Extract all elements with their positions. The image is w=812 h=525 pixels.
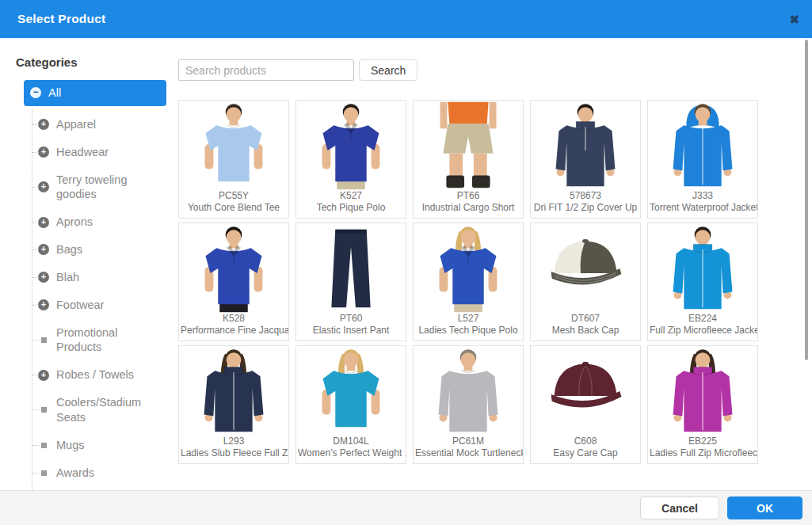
- product-code: PC61M: [414, 436, 523, 447]
- product-card-578673[interactable]: 578673Dri FIT 1/2 Zip Cover Up: [530, 100, 641, 219]
- product-image: [179, 101, 288, 190]
- product-panel: Search PC55YYouth Core Blend Tee K527Tec…: [177, 38, 812, 490]
- category-label: Promotional Products: [56, 325, 145, 356]
- product-image: [296, 224, 406, 313]
- modal-title: Select Product: [17, 12, 105, 26]
- product-card-eb224[interactable]: EB224Full Zip Microfleece Jacket: [647, 223, 758, 341]
- product-card-pc55y[interactable]: PC55YYouth Core Blend Tee: [178, 100, 289, 219]
- close-icon[interactable]: ✖: [789, 13, 799, 25]
- category-item-headwear[interactable]: +Headwear: [16, 139, 177, 166]
- product-image: [414, 101, 523, 190]
- product-image: [179, 224, 288, 313]
- product-code: K528: [179, 313, 288, 325]
- product-name: Mesh Back Cap: [531, 325, 640, 337]
- product-card-j333[interactable]: J333Torrent Waterproof Jacket: [647, 100, 758, 219]
- category-label: All: [48, 86, 61, 101]
- category-item-all[interactable]: −All: [24, 80, 166, 106]
- square-bullet-icon: [41, 407, 47, 413]
- product-name: Women's Perfect Weight ...: [296, 447, 406, 459]
- search-row: Search: [178, 59, 812, 81]
- plus-circle-icon[interactable]: +: [38, 181, 49, 192]
- categories-heading: Categories: [16, 55, 177, 69]
- category-label: Headwear: [56, 145, 109, 160]
- scrollbar-thumb[interactable]: [805, 40, 808, 360]
- category-label: Aprons: [56, 215, 93, 230]
- category-item-aprons[interactable]: +Aprons: [16, 208, 177, 236]
- minus-circle-icon[interactable]: −: [30, 87, 41, 98]
- category-item-awards[interactable]: Awards: [16, 459, 177, 487]
- product-name: Performance Fine Jacqua...: [179, 325, 288, 337]
- category-item-promotional-products[interactable]: Promotional Products: [16, 319, 177, 362]
- product-code: DT607: [531, 313, 640, 325]
- product-name: Elastic Insert Pant: [296, 325, 406, 337]
- product-name: Industrial Cargo Short: [414, 202, 523, 214]
- product-card-l293[interactable]: L293Ladies Slub Fleece Full Zi...: [178, 345, 289, 464]
- plus-circle-icon[interactable]: +: [38, 370, 49, 381]
- product-code: J333: [648, 190, 757, 202]
- modal-header: Select Product ✖: [0, 0, 812, 38]
- category-label: Terry toweling goodies: [56, 173, 145, 203]
- product-code: EB224: [648, 313, 757, 325]
- category-label: Footwear: [56, 298, 104, 313]
- plus-circle-icon[interactable]: +: [38, 299, 49, 310]
- category-label: Mugs: [56, 438, 84, 453]
- ok-button[interactable]: OK: [727, 496, 802, 519]
- product-card-k527[interactable]: K527Tech Pique Polo: [295, 100, 406, 219]
- modal-footer: Cancel OK: [0, 490, 812, 525]
- category-label: Blah: [56, 270, 79, 285]
- product-image: [531, 101, 640, 190]
- product-card-dm104l[interactable]: DM104LWomen's Perfect Weight ...: [295, 345, 406, 464]
- product-card-pc61m[interactable]: PC61MEssential Mock Turtleneck: [413, 345, 524, 464]
- product-name: Easy Care Cap: [531, 447, 640, 459]
- product-image: [414, 347, 523, 436]
- product-name: Ladies Tech Pique Polo: [414, 325, 523, 337]
- category-label: Awards: [56, 466, 94, 481]
- product-image: [531, 224, 640, 313]
- category-item-mugs[interactable]: Mugs: [16, 432, 177, 459]
- category-label: Bags: [56, 242, 82, 257]
- search-button[interactable]: Search: [359, 59, 417, 81]
- product-image: [648, 101, 757, 190]
- product-name: Dri FIT 1/2 Zip Cover Up: [531, 202, 640, 214]
- category-item-footwear[interactable]: +Footwear: [16, 291, 177, 319]
- product-grid: PC55YYouth Core Blend Tee K527Tech Pique…: [178, 100, 812, 464]
- category-item-robes-towels[interactable]: +Robes / Towels: [16, 361, 177, 389]
- plus-circle-icon[interactable]: +: [38, 119, 49, 130]
- product-card-eb225[interactable]: EB225Ladies Full Zip Microfleec...: [647, 345, 758, 464]
- product-card-dt607[interactable]: DT607Mesh Back Cap: [530, 223, 641, 341]
- product-code: PT66: [414, 190, 523, 202]
- cancel-button[interactable]: Cancel: [640, 496, 719, 519]
- product-name: Full Zip Microfleece Jacket: [648, 325, 757, 337]
- plus-circle-icon[interactable]: +: [38, 272, 49, 283]
- plus-circle-icon[interactable]: +: [38, 217, 49, 228]
- product-image: [648, 224, 757, 313]
- category-item-terry-toweling-goodies[interactable]: +Terry toweling goodies: [16, 166, 177, 209]
- product-card-c608[interactable]: C608Easy Care Cap: [530, 345, 641, 464]
- square-bullet-icon: [41, 443, 47, 448]
- product-card-pt66[interactable]: PT66Industrial Cargo Short: [413, 100, 524, 219]
- product-card-pt60[interactable]: PT60Elastic Insert Pant: [295, 223, 406, 341]
- product-name: Ladies Slub Fleece Full Zi...: [179, 447, 288, 459]
- product-code: DM104L: [296, 436, 406, 447]
- product-name: Ladies Full Zip Microfleec...: [648, 447, 757, 459]
- category-label: Apparel: [56, 117, 96, 132]
- category-item-bags[interactable]: +Bags: [16, 236, 177, 264]
- product-name: Essential Mock Turtleneck: [414, 447, 523, 459]
- product-code: L527: [414, 313, 523, 325]
- square-bullet-icon: [41, 337, 47, 343]
- search-input[interactable]: [178, 59, 354, 81]
- product-image: [648, 347, 757, 436]
- select-product-modal: Select Product ✖ Categories −All+Apparel…: [0, 0, 812, 525]
- category-item-blah[interactable]: +Blah: [16, 264, 177, 291]
- plus-circle-icon[interactable]: +: [38, 146, 49, 158]
- product-card-k528[interactable]: K528Performance Fine Jacqua...: [178, 223, 289, 341]
- category-item-coolers-stadium-seats[interactable]: Coolers/Stadium Seats: [16, 389, 177, 432]
- product-card-l527[interactable]: L527Ladies Tech Pique Polo: [413, 223, 524, 341]
- product-image: [296, 347, 406, 436]
- product-code: EB225: [648, 436, 757, 447]
- product-code: L293: [179, 436, 288, 447]
- category-item-apparel[interactable]: +Apparel: [16, 111, 177, 139]
- square-bullet-icon: [41, 470, 47, 476]
- plus-circle-icon[interactable]: +: [38, 244, 49, 255]
- product-code: K527: [296, 190, 406, 202]
